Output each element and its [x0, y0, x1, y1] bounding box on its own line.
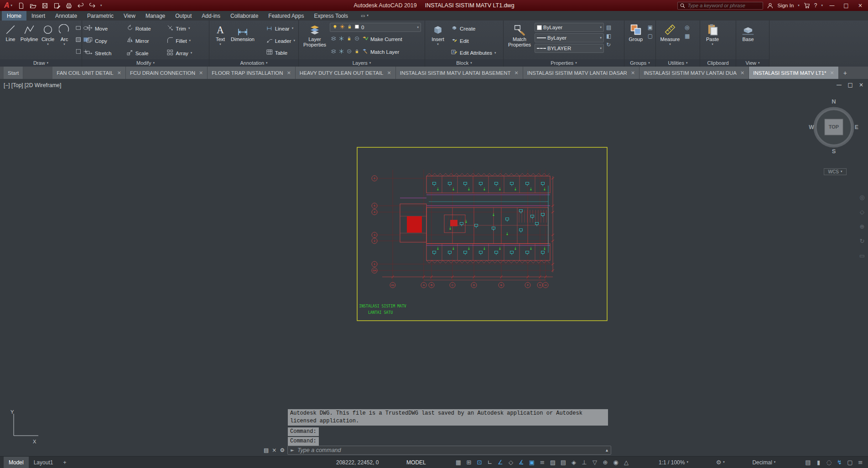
- viewcube-east[interactable]: E: [855, 124, 858, 130]
- copy-button[interactable]: Copy: [85, 37, 125, 45]
- viewport-minimize-control[interactable]: [−]: [4, 82, 10, 88]
- measure-button[interactable]: Measure▾: [658, 22, 682, 59]
- status-dynamic-input[interactable]: ⊡: [474, 459, 484, 465]
- ribbon-tab-output[interactable]: Output: [170, 11, 197, 21]
- drawing-canvas[interactable]: [−] [Top] [2D Wireframe] — □ × N TOP W E…: [0, 79, 868, 456]
- file-tab-heavy-duty-clean-out-detail[interactable]: HEAVY DUTY CLEAN OUT DETAIL×: [296, 67, 396, 79]
- panel-title-draw[interactable]: Draw▾: [0, 59, 82, 67]
- file-tab-fan-coil-unit-detail[interactable]: FAN COIL UNIT DETAIL×: [52, 67, 126, 79]
- status-gizmo[interactable]: ⊕: [600, 459, 610, 465]
- ribbon-tab-express-tools[interactable]: Express Tools: [309, 11, 353, 21]
- sign-in-button[interactable]: Sign In: [777, 3, 794, 8]
- help-arrow-icon[interactable]: ▾: [821, 4, 823, 7]
- command-close-icon[interactable]: ×: [272, 447, 276, 453]
- quick-calc-icon[interactable]: ▦: [685, 33, 690, 39]
- status-isometric-drafting[interactable]: ◇: [506, 459, 515, 465]
- properties-list-icon[interactable]: ▤: [606, 25, 611, 30]
- status-transparency[interactable]: ▨: [548, 459, 557, 465]
- wcs-dropdown[interactable]: WCS ▾: [824, 168, 847, 175]
- status-isolate-objects[interactable]: ◌: [824, 459, 834, 465]
- text-button[interactable]: AText▾: [211, 22, 229, 59]
- move-button[interactable]: Move: [85, 25, 125, 33]
- viewcube-north[interactable]: N: [832, 98, 836, 105]
- viewport-view-control[interactable]: [Top]: [11, 82, 23, 88]
- status-lock-ui[interactable]: ▮: [814, 459, 823, 465]
- array-button[interactable]: Array▾: [166, 49, 206, 57]
- command-input[interactable]: ► Type a command ▴: [287, 446, 611, 455]
- close-tab-icon[interactable]: ×: [830, 70, 834, 76]
- ribbon-tab-add-ins[interactable]: Add-ins: [197, 11, 225, 21]
- status-annotation-visibility[interactable]: ◉: [611, 459, 620, 465]
- autocad-logo-icon[interactable]: A ▾: [3, 2, 14, 9]
- status-object-snap[interactable]: ▣: [527, 459, 536, 465]
- restore-window-button[interactable]: □: [841, 2, 851, 9]
- ribbon-tab-view[interactable]: View: [119, 11, 140, 21]
- status-object-snap-tracking[interactable]: ∡: [516, 459, 526, 465]
- arc-button[interactable]: Arc▾: [57, 22, 72, 59]
- open-button[interactable]: [29, 1, 37, 10]
- dimension-button[interactable]: Dimension: [229, 22, 256, 59]
- panel-title-modify[interactable]: Modify▾: [82, 59, 209, 67]
- help-search[interactable]: [677, 2, 763, 10]
- table-button[interactable]: Table: [265, 47, 296, 59]
- scale-button[interactable]: Scale: [125, 49, 166, 57]
- doc-restore-icon[interactable]: □: [848, 82, 853, 88]
- viewport-visual-style-control[interactable]: [2D Wireframe]: [25, 82, 62, 88]
- doc-minimize-icon[interactable]: —: [837, 82, 842, 88]
- layer-properties-button[interactable]: Layer Properties: [301, 22, 329, 59]
- command-customize-icon[interactable]: ⚙: [280, 447, 285, 453]
- new-drawing-tab-button[interactable]: +: [839, 67, 852, 79]
- status-snap-mode[interactable]: ⊞: [464, 459, 473, 465]
- lineweight-select[interactable]: ByLayer▾: [535, 33, 604, 42]
- save-button[interactable]: [41, 1, 49, 10]
- close-window-button[interactable]: ×: [855, 2, 865, 9]
- status-selection-cycling[interactable]: ▤: [558, 459, 568, 465]
- properties-refresh-icon[interactable]: ↻: [606, 42, 611, 47]
- match-properties-button[interactable]: Match Properties: [505, 22, 534, 59]
- ribbon-tab-insert[interactable]: Insert: [26, 11, 50, 21]
- help-button[interactable]: ?: [814, 2, 817, 9]
- rectangle-tool-button[interactable]: [76, 25, 82, 33]
- file-tab-start[interactable]: Start: [4, 67, 23, 79]
- panel-title-groups[interactable]: Groups▾: [624, 59, 655, 67]
- insert-block-button[interactable]: Insert▾: [427, 22, 449, 59]
- transparency-tool-icon[interactable]: ◧: [606, 33, 611, 39]
- annotation-scale-button[interactable]: 1:1 / 100%▾: [659, 459, 688, 466]
- stretch-button[interactable]: Stretch: [85, 49, 125, 57]
- paste-button[interactable]: Paste▾: [702, 22, 723, 59]
- group-edit-icon[interactable]: ▢: [648, 33, 653, 39]
- base-view-button[interactable]: Base: [738, 22, 758, 59]
- qat-customize-arrow-icon[interactable]: ▾: [100, 4, 102, 7]
- group-button[interactable]: Group: [626, 22, 645, 59]
- model-tab[interactable]: Model: [4, 457, 29, 468]
- linear-dimension-button[interactable]: Linear▾: [265, 23, 296, 35]
- file-tab-instalasi-sistim-matv-lantai-basement[interactable]: INSTALASI SISTIM MATV LANTAI BASEMENT×: [396, 67, 523, 79]
- panel-title-block[interactable]: Block▾: [425, 59, 503, 67]
- close-tab-icon[interactable]: ×: [515, 70, 519, 76]
- units-button[interactable]: Decimal▾: [752, 459, 775, 466]
- store-cart-icon[interactable]: [804, 3, 810, 8]
- ribbon-tab-home[interactable]: Home: [2, 11, 26, 21]
- panel-title-properties[interactable]: Properties▾: [504, 59, 624, 67]
- ribbon-tab-featured-apps[interactable]: Featured Apps: [263, 11, 309, 21]
- status-ortho-mode[interactable]: ∟: [485, 459, 494, 465]
- layer-select-arrow-icon[interactable]: ▾: [417, 26, 419, 29]
- block-editor-button[interactable]: Edit: [450, 35, 497, 47]
- model-space-toggle[interactable]: MODEL: [406, 459, 426, 466]
- edit-attributes-button[interactable]: AEdit Attributes▾: [450, 47, 497, 59]
- file-tab-instalasi-sistim-matv-lantai-dua[interactable]: INSTALASI SISTIM MATV LANTAI DUA×: [639, 67, 749, 79]
- ribbon-tab-collaborate[interactable]: Collaborate: [225, 11, 263, 21]
- make-current-button[interactable]: Make Current: [330, 33, 421, 45]
- status-autoscale[interactable]: △: [621, 459, 631, 465]
- ribbon-tab-manage[interactable]: Manage: [140, 11, 170, 21]
- floorplan-viewport[interactable]: 6543210AA1ABCDEFGHINSTALASI SISTIM MATVL…: [357, 147, 608, 321]
- status-clean-screen[interactable]: ▢: [845, 459, 855, 465]
- viewcube-west[interactable]: W: [809, 124, 814, 130]
- zoom-icon[interactable]: ⊕: [860, 223, 865, 230]
- id-point-icon[interactable]: ◎: [685, 25, 690, 30]
- pan-icon[interactable]: ◇: [860, 208, 864, 215]
- close-tab-icon[interactable]: ×: [387, 70, 391, 76]
- doc-close-icon[interactable]: ×: [859, 82, 863, 88]
- hatch-button[interactable]: [76, 36, 82, 45]
- layout1-tab[interactable]: Layout1: [29, 457, 58, 468]
